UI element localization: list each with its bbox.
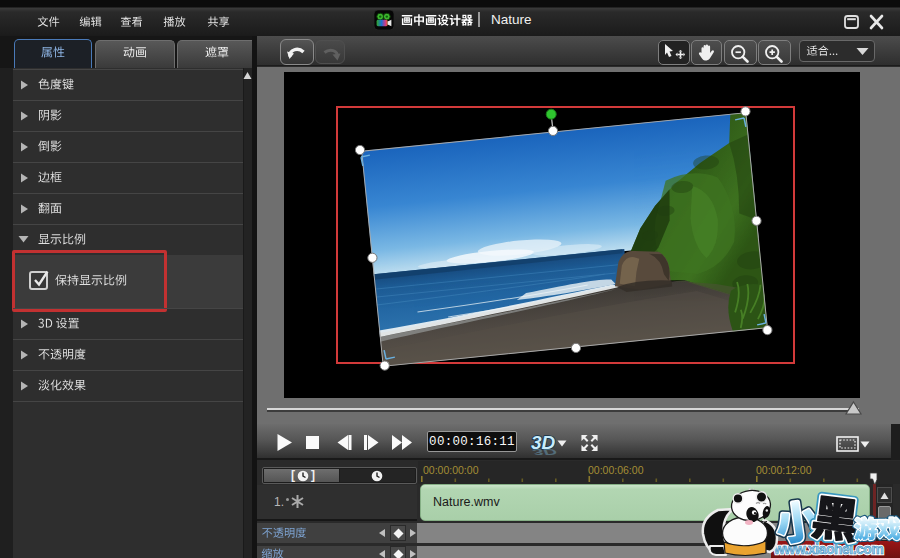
svg-text:3D: 3D [533,447,558,456]
